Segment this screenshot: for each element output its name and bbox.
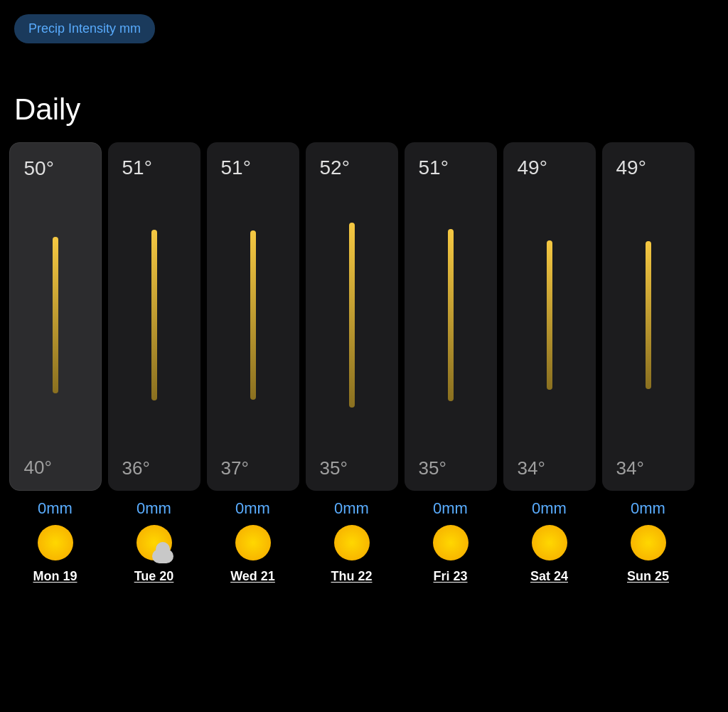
temp-bar-container-sat-24 <box>510 179 589 450</box>
precip-amount-mon-19: 0mm <box>38 499 73 518</box>
low-temp-fri-23: 35° <box>419 457 446 479</box>
weather-icon-mon-19 <box>36 525 75 563</box>
low-temp-wed-21: 37° <box>221 457 249 479</box>
high-temp-thu-22: 52° <box>320 156 350 179</box>
day-card-tue-20[interactable]: 51°36° <box>108 142 200 491</box>
day-column-sun-25[interactable]: 49°34°0mmSun 25 <box>600 142 696 584</box>
low-temp-sun-25: 34° <box>616 457 644 479</box>
temp-bar-sun-25 <box>646 241 651 389</box>
low-temp-mon-19: 40° <box>24 457 52 479</box>
day-card-sat-24[interactable]: 49°34° <box>503 142 596 491</box>
day-column-wed-21[interactable]: 51°37°0mmWed 21 <box>205 142 301 584</box>
precip-amount-thu-22: 0mm <box>334 499 369 518</box>
sun-icon-wed-21 <box>235 525 271 560</box>
cloud-icon-tue-20 <box>152 549 173 563</box>
precip-amount-tue-20: 0mm <box>136 499 171 518</box>
sun-icon-thu-22 <box>334 525 370 560</box>
day-card-thu-22[interactable]: 52°35° <box>306 142 398 491</box>
precip-amount-fri-23: 0mm <box>433 499 468 518</box>
day-column-fri-23[interactable]: 51°35°0mmFri 23 <box>402 142 498 584</box>
temp-bar-mon-19 <box>53 237 58 393</box>
days-container: 50°40°0mmMon 1951°36°0mmTue 2051°37°0mmW… <box>7 142 696 584</box>
temp-bar-container-fri-23 <box>412 179 490 450</box>
temp-bar-thu-22 <box>349 223 355 408</box>
weather-icon-fri-23 <box>432 525 470 563</box>
low-temp-sat-24: 34° <box>518 457 545 479</box>
high-temp-sat-24: 49° <box>518 156 547 179</box>
day-column-thu-22[interactable]: 52°35°0mmThu 22 <box>304 142 400 584</box>
day-column-sat-24[interactable]: 49°34°0mmSat 24 <box>501 142 597 584</box>
precip-badge-label: Precip Intensity mm <box>28 21 141 36</box>
day-card-mon-19[interactable]: 50°40° <box>9 142 102 491</box>
sun-icon-sat-24 <box>532 525 567 560</box>
high-temp-sun-25: 49° <box>616 156 646 179</box>
day-column-mon-19[interactable]: 50°40°0mmMon 19 <box>7 142 103 584</box>
day-column-tue-20[interactable]: 51°36°0mmTue 20 <box>106 142 202 584</box>
high-temp-fri-23: 51° <box>419 156 449 179</box>
temp-bar-sat-24 <box>547 240 552 390</box>
weather-icon-sun-25 <box>629 525 668 563</box>
day-label-sun-25[interactable]: Sun 25 <box>627 569 669 584</box>
day-card-sun-25[interactable]: 49°34° <box>602 142 695 491</box>
high-temp-tue-20: 51° <box>122 156 152 179</box>
temp-bar-container-sun-25 <box>609 179 687 450</box>
temp-bar-tue-20 <box>151 230 157 400</box>
sun-icon-sun-25 <box>631 525 666 560</box>
day-card-fri-23[interactable]: 51°35° <box>405 142 497 491</box>
day-label-tue-20[interactable]: Tue 20 <box>134 569 174 584</box>
day-label-fri-23[interactable]: Fri 23 <box>433 569 467 584</box>
temp-bar-container-wed-21 <box>214 179 292 450</box>
sun-icon-mon-19 <box>38 525 73 560</box>
sun-icon-fri-23 <box>433 525 469 560</box>
high-temp-mon-19: 50° <box>24 157 54 180</box>
weather-icon-sat-24 <box>530 525 569 563</box>
temp-bar-container-mon-19 <box>17 180 94 450</box>
precip-amount-sun-25: 0mm <box>631 499 665 518</box>
weather-icon-tue-20 <box>135 525 173 563</box>
day-label-sat-24[interactable]: Sat 24 <box>530 569 568 584</box>
day-label-wed-21[interactable]: Wed 21 <box>230 569 275 584</box>
temp-bar-fri-23 <box>448 229 454 401</box>
weather-icon-wed-21 <box>234 525 272 563</box>
temp-bar-wed-21 <box>250 230 256 400</box>
low-temp-thu-22: 35° <box>320 457 348 479</box>
temp-bar-container-tue-20 <box>115 179 193 450</box>
precip-amount-wed-21: 0mm <box>235 499 270 518</box>
day-card-wed-21[interactable]: 51°37° <box>207 142 299 491</box>
precip-badge[interactable]: Precip Intensity mm <box>14 14 155 43</box>
temp-bar-container-thu-22 <box>313 179 391 450</box>
high-temp-wed-21: 51° <box>221 156 251 179</box>
day-label-thu-22[interactable]: Thu 22 <box>331 569 372 584</box>
precip-amount-sat-24: 0mm <box>532 499 567 518</box>
low-temp-tue-20: 36° <box>122 457 150 479</box>
day-label-mon-19[interactable]: Mon 19 <box>33 569 77 584</box>
section-title: Daily <box>14 92 80 127</box>
weather-icon-thu-22 <box>333 525 371 563</box>
